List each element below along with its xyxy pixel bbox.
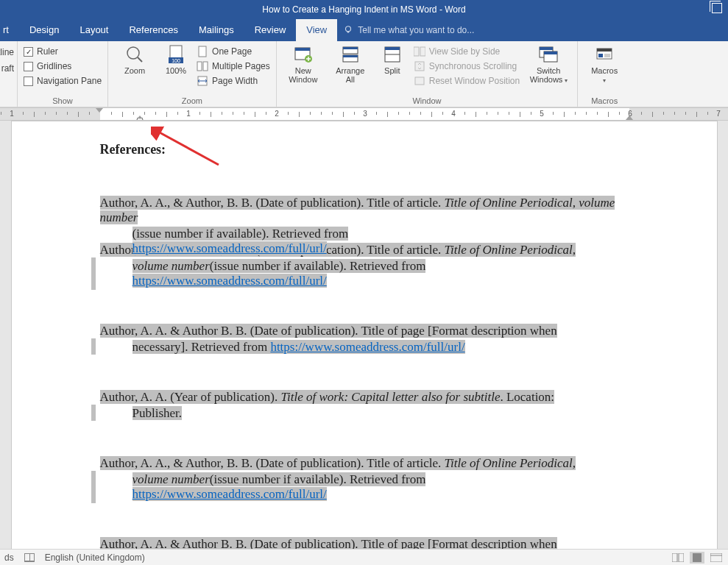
url-link[interactable]: https://www.someaddress.com/full/url/ <box>270 340 464 354</box>
arrangeall-button[interactable]: Arrange All <box>330 44 371 84</box>
outline-button[interactable]: Outline <box>0 44 15 60</box>
restore-window-icon[interactable] <box>712 3 722 13</box>
group-window: New Window Arrange All Split View Side b… <box>277 41 578 107</box>
svg-rect-34 <box>598 54 603 57</box>
syncscroll-icon <box>414 60 425 72</box>
pagewidth-button[interactable]: Page Width <box>197 74 270 88</box>
group-macros-label: Macros <box>584 95 625 107</box>
chevron-down-icon: ▾ <box>603 77 606 84</box>
tellme[interactable]: Tell me what you want to do... <box>343 19 474 41</box>
reference-entry-5: Author, A. A. & Author B. B. (Date of pu… <box>100 537 643 549</box>
svg-rect-29 <box>540 47 553 50</box>
syncscroll-button[interactable]: Synchronous Scrolling <box>414 59 520 74</box>
url-link[interactable]: https://www.someaddress.com/full/url/ <box>132 487 327 501</box>
status-language[interactable]: English (United Kingdom) <box>45 552 145 563</box>
onepage-button[interactable]: One Page <box>197 44 270 59</box>
gridlines-checkbox[interactable]: Gridlines <box>24 59 102 74</box>
chevron-down-icon: ▾ <box>562 77 567 84</box>
switchwindows-icon <box>538 44 559 65</box>
reference-entry-4: Author, A. A., & Author, B. B. (Date of … <box>100 456 643 502</box>
svg-rect-38 <box>672 553 677 562</box>
right-indent-marker[interactable] <box>626 116 633 120</box>
tab-layout[interactable]: Layout <box>69 19 119 41</box>
100percent-button[interactable]: 100 100% <box>161 44 191 75</box>
newwindow-label: New Window <box>289 66 317 84</box>
group-window-label: Window <box>283 95 571 107</box>
onepage-icon <box>197 46 208 57</box>
resetpos-button[interactable]: Reset Window Position <box>414 74 520 88</box>
multipages-icon <box>197 60 208 72</box>
newwindow-button[interactable]: New Window <box>283 44 324 84</box>
group-macros: Macros▾ Macros <box>578 41 631 107</box>
checkbox-checked-icon: ✓ <box>24 47 33 57</box>
readmode-icon[interactable] <box>671 552 685 564</box>
reference-entry: Author, A. A., & Author, B. B. (Date of … <box>100 196 643 256</box>
page: References: Author, A. A., & Author, B. … <box>11 121 718 549</box>
tab-design[interactable]: Design <box>19 19 69 41</box>
status-bar: ds English (United Kingdom) <box>0 549 728 565</box>
svg-rect-8 <box>197 62 202 71</box>
svg-rect-20 <box>343 55 358 57</box>
svg-rect-13 <box>295 48 310 51</box>
horizontal-ruler[interactable]: 1 1 2 3 4 5 6 7 <box>0 107 728 121</box>
sidebyside-icon <box>414 46 425 57</box>
weblayout-icon[interactable] <box>709 552 724 564</box>
navpane-checkbox[interactable]: Navigation Pane <box>24 74 102 88</box>
status-words-partial[interactable]: ds <box>4 552 14 563</box>
checkbox-icon <box>24 77 33 86</box>
split-icon <box>382 44 403 65</box>
tab-insert-partial[interactable]: rt <box>0 19 19 41</box>
zoom-button[interactable]: Zoom <box>114 44 155 75</box>
spellcheck-icon[interactable] <box>24 553 35 562</box>
references-heading: References: <box>100 142 643 157</box>
tab-review[interactable]: Review <box>244 19 297 41</box>
selection-mark <box>91 405 96 421</box>
selection-mark <box>91 471 96 503</box>
first-line-indent-marker[interactable] <box>96 108 103 113</box>
svg-rect-24 <box>414 47 419 56</box>
macros-button[interactable]: Macros▾ <box>584 44 625 85</box>
tab-references[interactable]: References <box>119 19 188 41</box>
newwindow-icon <box>293 44 314 65</box>
url-link[interactable]: https://www.someaddress.com/full/url/ <box>132 274 327 288</box>
tellme-text: Tell me what you want to do... <box>358 25 474 35</box>
svg-rect-27 <box>415 77 424 85</box>
page-100-icon: 100 <box>166 44 186 65</box>
split-button[interactable]: Split <box>377 44 408 75</box>
svg-rect-31 <box>544 51 557 54</box>
svg-point-2 <box>127 47 139 59</box>
draft-button[interactable]: raft <box>0 60 15 77</box>
ruler-marks: 1 1 2 3 4 5 6 7 <box>0 108 728 120</box>
svg-rect-41 <box>710 553 722 562</box>
lightbulb-icon <box>343 25 353 35</box>
switchwindows-button[interactable]: Switch Windows ▾ <box>526 44 571 85</box>
resetpos-icon <box>414 75 425 87</box>
arrangeall-icon <box>340 44 361 65</box>
multipages-button[interactable]: Multiple Pages <box>197 59 270 74</box>
svg-point-0 <box>346 26 351 32</box>
sidebyside-button[interactable]: View Side by Side <box>414 44 520 59</box>
tab-mailings[interactable]: Mailings <box>188 19 244 41</box>
magnifier-icon <box>124 44 145 65</box>
group-show-label: Show <box>24 95 102 107</box>
svg-rect-40 <box>693 553 702 562</box>
svg-rect-22 <box>385 47 400 50</box>
group-zoom: Zoom 100 100% One Page Multiple Pages Pa… <box>108 41 277 107</box>
reference-entry-2: Author, A. A. & Author B. B. (Date of pu… <box>100 324 643 355</box>
group-zoom-label: Zoom <box>114 95 270 107</box>
pagewidth-icon <box>197 75 208 87</box>
title-text: How to Create a Hanging Indent in MS Wor… <box>262 4 465 15</box>
macros-icon <box>594 44 615 65</box>
arrangeall-label: Arrange All <box>336 66 364 84</box>
checkbox-icon <box>24 62 33 71</box>
title-bar: How to Create a Hanging Indent in MS Wor… <box>0 0 728 19</box>
group-show: ✓Ruler Gridlines Navigation Pane Show <box>18 41 108 107</box>
url-link[interactable]: https://www.someaddress.com/full/url/ <box>132 241 327 255</box>
svg-rect-1 <box>347 32 350 33</box>
svg-rect-39 <box>679 553 684 562</box>
tab-view[interactable]: View <box>296 19 337 41</box>
ruler-checkbox[interactable]: ✓Ruler <box>24 44 102 59</box>
printlayout-icon[interactable] <box>690 552 704 564</box>
document-area[interactable]: References: Author, A. A., & Author, B. … <box>0 121 728 549</box>
svg-rect-35 <box>604 54 610 57</box>
